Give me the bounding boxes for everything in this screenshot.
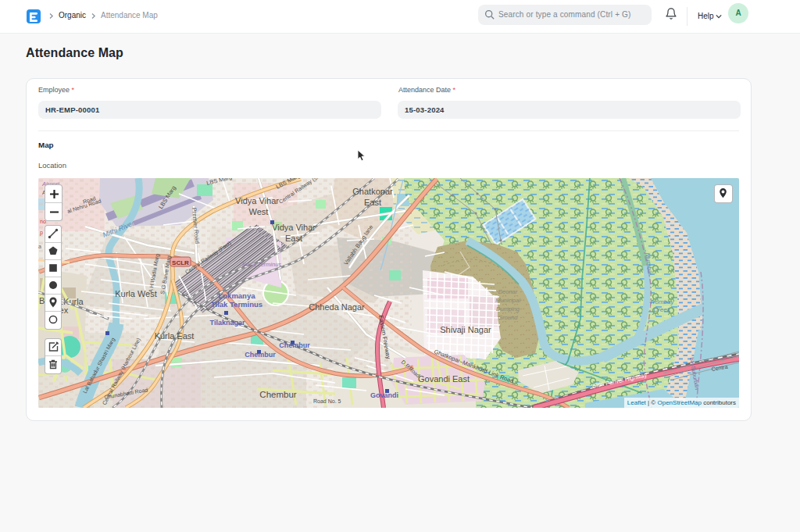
svg-text:Kurla Terminus: Kurla Terminus (242, 261, 281, 268)
svg-text:Chembur: Chembur (259, 390, 296, 399)
svg-text:Dumping: Dumping (496, 305, 520, 312)
svg-text:East: East (285, 234, 302, 243)
svg-text:Govandi: Govandi (370, 391, 398, 399)
svg-text:Road No. 5: Road No. 5 (313, 398, 341, 404)
svg-text:Tilak Terminus: Tilak Terminus (211, 300, 262, 309)
svg-text:Vidya Vihar: Vidya Vihar (272, 223, 316, 232)
svg-text:a: a (38, 244, 41, 249)
svg-text:West: West (249, 207, 269, 216)
svg-text:Deonar: Deonar (498, 288, 518, 295)
svg-text:Chembur: Chembur (245, 351, 276, 359)
svg-text:Kurla East: Kurla East (155, 331, 195, 341)
svg-text:Chheda Nagar: Chheda Nagar (309, 302, 365, 312)
svg-text:p: p (40, 230, 43, 236)
svg-text:Ground: Ground (498, 314, 518, 321)
svg-text:Lokmanya: Lokmanya (219, 291, 256, 300)
svg-text:Tilaknagar: Tilaknagar (210, 319, 245, 327)
svg-text:Trombay: Trombay (650, 298, 675, 305)
svg-text:Creek: Creek (653, 306, 670, 313)
svg-text:East: East (364, 198, 381, 207)
svg-text:Chembur: Chembur (279, 341, 310, 349)
svg-text:Municipal: Municipal (495, 297, 520, 304)
svg-text:SCLR: SCLR (172, 259, 189, 266)
svg-text:Vidya Vihar: Vidya Vihar (235, 196, 279, 205)
svg-text:Ghatkopar: Ghatkopar (352, 187, 393, 196)
svg-text:Govandi East: Govandi East (418, 374, 470, 384)
svg-text:Shivaji Nagar: Shivaji Nagar (440, 325, 491, 334)
